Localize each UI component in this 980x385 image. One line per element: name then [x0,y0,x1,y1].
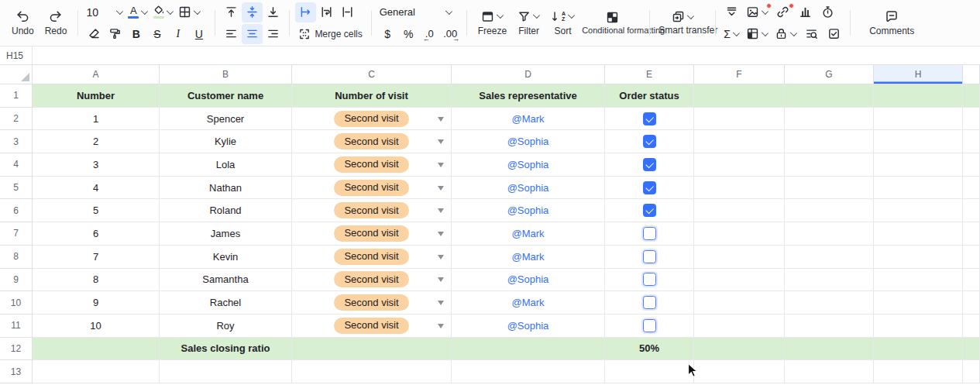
cell-empty[interactable] [694,177,785,200]
cell-empty[interactable] [785,153,874,177]
cell-sales-rep-mention[interactable]: @Mark [452,291,605,315]
order-status-checkbox[interactable] [643,250,656,263]
cell-customer-name[interactable]: Kevin [160,246,292,269]
freeze-button[interactable]: Freeze [473,0,512,46]
protect-button[interactable] [772,24,799,44]
visit-option-pill[interactable]: Second visit [334,202,408,218]
column-header-h-selected[interactable]: H [874,65,963,84]
number-format-select[interactable]: General [377,2,455,22]
insert-chart-button[interactable] [795,2,816,22]
visit-option-pill[interactable]: Second visit [334,225,408,242]
row-header[interactable]: 1 [0,84,33,108]
row-header[interactable]: 3 [0,130,33,153]
cell-order-status[interactable] [605,108,694,131]
cell-empty[interactable] [785,246,874,269]
cell-visit-dropdown[interactable]: Second visit [292,177,452,200]
column-header-partial[interactable] [963,65,980,84]
cell-sales-rep-mention[interactable]: @Sophia [452,315,605,338]
cell-visit-dropdown[interactable]: Second visit [292,108,452,131]
cell-empty[interactable] [874,291,963,315]
collapse-toolbar-button[interactable] [721,2,742,22]
column-header-b[interactable]: B [160,65,292,84]
cell-empty[interactable] [694,84,785,108]
cell-number[interactable]: 1 [33,108,160,131]
row-header[interactable]: 7 [0,222,33,246]
cell-empty[interactable] [33,338,160,361]
text-color-button[interactable]: A [126,2,150,22]
row-header[interactable]: 13 [0,360,33,383]
cell-visit-dropdown[interactable]: Second visit [292,153,452,177]
functions-button[interactable]: Σ [721,24,742,44]
cell-number[interactable]: 10 [33,315,160,338]
cell-customer-name[interactable]: Samantha [160,269,292,292]
cell-order-status[interactable] [605,177,694,200]
valign-top-button[interactable] [221,2,242,22]
cell-empty[interactable] [785,269,874,292]
bold-button[interactable]: B [126,24,146,44]
cell-customer-name[interactable]: James [160,222,292,246]
cell-empty[interactable] [694,315,785,338]
order-status-checkbox[interactable] [643,296,656,309]
cell-order-status[interactable] [605,269,694,292]
visit-option-pill[interactable]: Second visit [334,318,408,334]
row-header[interactable]: 8 [0,246,33,269]
cell-number[interactable]: 7 [33,246,160,269]
cell-empty[interactable] [874,108,963,131]
dropdown-triangle-icon[interactable] [438,324,444,328]
row-header[interactable]: 10 [0,291,33,315]
merge-cells-button[interactable]: Merge cells [295,24,365,44]
cell-sales-rep-mention[interactable]: @Mark [452,108,605,131]
column-header-g[interactable]: G [785,65,874,84]
cell-empty[interactable] [694,108,785,131]
column-header-d[interactable]: D [452,65,605,84]
order-status-checkbox[interactable] [643,227,656,240]
cell-empty[interactable] [452,338,605,361]
header-cell-sales-representative[interactable]: Sales representative [452,84,605,108]
order-status-checkbox[interactable] [643,112,656,125]
decrease-decimal-button[interactable]: .0← [419,24,440,44]
cell-customer-name[interactable]: Spencer [160,108,292,131]
cell-empty[interactable] [785,222,874,246]
halign-right-button[interactable] [263,24,284,44]
cell-empty[interactable] [785,315,874,338]
name-box[interactable]: H15 [0,46,33,64]
cell-empty[interactable] [785,291,874,315]
cell-order-status[interactable] [605,222,694,246]
cell-sales-rep-mention[interactable]: @Mark [452,222,605,246]
cell-sales-rep-mention[interactable]: @Sophia [452,177,605,200]
cell-empty[interactable] [694,199,785,222]
cell-empty[interactable] [694,291,785,315]
dropdown-triangle-icon[interactable] [438,163,444,167]
cell-empty[interactable] [694,130,785,153]
dropdown-triangle-icon[interactable] [438,232,444,236]
cell-empty[interactable] [694,153,785,177]
cell-empty[interactable] [963,338,980,361]
header-cell-number[interactable]: Number [33,84,160,108]
halign-center-button[interactable] [242,24,263,44]
header-cell-order-status[interactable]: Order status [605,84,694,108]
visit-option-pill[interactable]: Second visit [334,111,408,127]
order-status-checkbox[interactable] [643,204,656,217]
cell-empty[interactable] [785,360,874,383]
cell-visit-dropdown[interactable]: Second visit [292,315,452,338]
cell-empty[interactable] [785,108,874,131]
cell-empty[interactable] [785,177,874,200]
summary-value-cell[interactable]: 50% [605,338,694,361]
order-status-checkbox[interactable] [643,158,656,171]
order-status-checkbox[interactable] [643,319,656,332]
row-header[interactable]: 2 [0,108,33,131]
cell-empty[interactable] [963,199,980,222]
row-header[interactable]: 12 [0,338,33,361]
cell-sales-rep-mention[interactable]: @Sophia [452,199,605,222]
formula-input[interactable] [33,46,980,64]
cell-visit-dropdown[interactable]: Second visit [292,291,452,315]
cell-empty[interactable] [785,130,874,153]
visit-option-pill[interactable]: Second visit [334,156,408,173]
cell-empty[interactable] [874,199,963,222]
cell-empty[interactable] [694,269,785,292]
cell-empty[interactable] [874,360,963,383]
row-header[interactable]: 11 [0,315,33,338]
cell-order-status[interactable] [605,130,694,153]
cell-empty[interactable] [874,130,963,153]
cell-empty[interactable] [874,84,963,108]
